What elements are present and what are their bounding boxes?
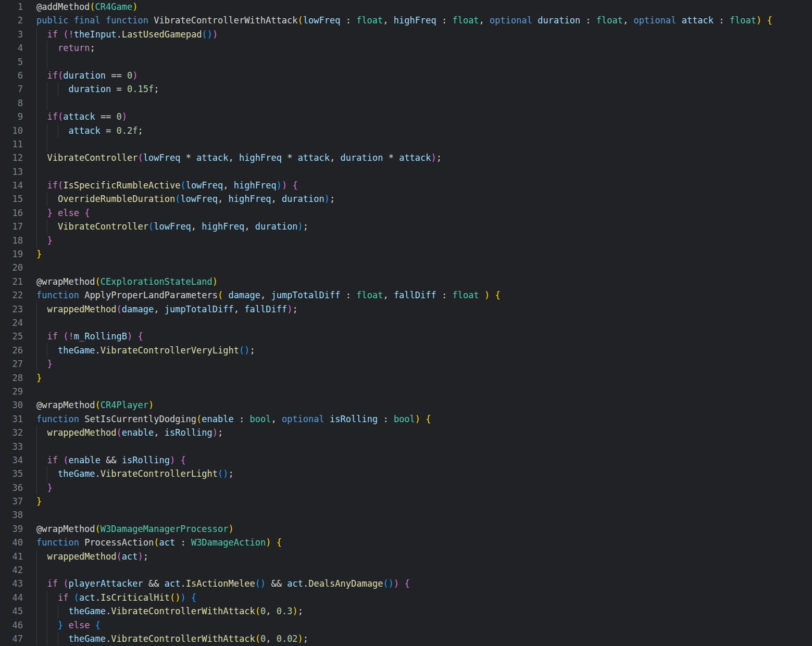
code-line[interactable]: 42 [0,563,812,577]
code-line[interactable]: 2public final function VibrateController… [0,14,812,27]
token: @wrapMethod [36,400,95,410]
token [63,620,68,630]
token: } [47,208,52,218]
code-line[interactable]: 1@addMethod(CR4Game) [0,0,812,14]
token: , [218,194,228,204]
token: wrappedMethod [47,551,116,562]
token: , [154,427,164,438]
token [36,208,47,218]
token: ) [138,551,143,562]
code-line[interactable]: 26 theGame.VibrateControllerVeryLight(); [0,344,812,357]
code-line[interactable]: 19} [0,247,812,261]
code-line[interactable]: 3 if (!theInput.LastUsedGamepad()) [0,28,812,41]
code-line[interactable]: 16 } else { [0,206,812,220]
indent-guide [36,151,37,164]
token: highFreq [229,194,271,204]
token: act [165,578,181,589]
token: : [436,15,453,26]
code-line[interactable]: 17 VibrateController(lowFreq, highFreq, … [0,220,812,233]
code-line[interactable]: 43 if (playerAttacker && act.IsActionMel… [0,577,812,590]
code-line[interactable]: 4 return; [0,41,812,55]
token: , [623,15,633,26]
code-line[interactable]: 38 [0,508,812,522]
code-text: if (!theInput.LastUsedGamepad()) [36,28,218,41]
code-line[interactable]: 8 [0,96,812,110]
token: . [106,634,111,644]
indent-guide [36,481,37,495]
indent-guide [47,55,47,69]
code-line[interactable]: 32 wrappedMethod(enable, isRolling); [0,426,812,439]
indent-guide [36,192,37,206]
code-line[interactable]: 23 wrappedMethod(damage, jumpTotalDiff, … [0,302,812,316]
line-number: 30 [0,398,23,412]
token: isRolling [330,414,378,424]
code-line[interactable]: 33 [0,440,812,453]
code-line[interactable]: 22function ApplyProperLandParameters( da… [0,288,812,302]
code-text: if (playerAttacker && act.IsActionMelee(… [36,577,410,590]
code-line[interactable]: 36 } [0,481,812,495]
token: ) [132,70,138,81]
token: , [154,304,164,314]
token: attack [68,125,100,136]
code-line[interactable]: 6 if(duration == 0) [0,69,812,82]
token: ) [431,153,436,163]
code-line[interactable]: 40function ProcessAction(act : W3DamageA… [0,536,812,549]
code-line[interactable]: 46 } else { [0,618,812,632]
code-line[interactable]: 9 if(attack == 0) [0,110,812,123]
code-line[interactable]: 20 [0,261,812,274]
line-number: 10 [0,124,23,137]
token: ( [117,427,122,438]
code-line[interactable]: 11 [0,137,812,151]
code-line[interactable]: 24 [0,316,812,330]
token: = [111,84,127,94]
token: DealsAnyDamage [308,578,383,589]
code-line[interactable]: 29 [0,385,812,398]
code-line[interactable]: 10 attack = 0.2f; [0,124,812,137]
token: ) [287,304,292,314]
code-line[interactable]: 31function SetIsCurrentlyDodging(enable … [0,412,812,426]
line-number: 7 [0,82,23,96]
code-line[interactable]: 37} [0,495,812,508]
token: duration [538,15,580,26]
indent-guide [36,110,37,123]
token: , [223,180,233,191]
code-line[interactable]: 18 } [0,234,812,247]
token: damage [122,304,154,314]
token: * [282,153,298,163]
code-line[interactable]: 41 wrappedMethod(act); [0,550,812,563]
code-line[interactable]: 47 theGame.VibrateControllerWithAttack(0… [0,632,812,645]
code-line[interactable]: 14 if(IsSpecificRumbleActive(lowFreq, hi… [0,179,812,192]
code-line[interactable]: 28} [0,371,812,385]
code-line[interactable]: 45 theGame.VibrateControllerWithAttack(0… [0,604,812,618]
code-text: function ProcessAction(act : W3DamageAct… [36,536,282,549]
code-line[interactable]: 21@wrapMethod(CExplorationStateLand) [0,275,812,288]
code-line[interactable]: 13 [0,165,812,179]
code-line[interactable]: 34 if (enable && isRolling) { [0,453,812,467]
token: } [36,496,42,506]
code-line[interactable]: 7 duration = 0.15f; [0,82,812,96]
line-number: 13 [0,165,23,179]
indent-guide [36,618,37,632]
code-line[interactable]: 27 } [0,357,812,371]
line-number: 12 [0,151,23,164]
token: float [596,15,623,26]
code-line[interactable]: 15 OverrideRumbleDuration(lowFreq, highF… [0,192,812,206]
line-number: 4 [0,41,23,55]
code-editor[interactable]: 1@addMethod(CR4Game)2public final functi… [0,0,812,646]
indent-guide [36,453,37,467]
line-number: 39 [0,522,23,536]
code-line[interactable]: 39@wrapMethod(W3DamageManagerProcessor) [0,522,812,536]
code-line[interactable]: 30@wrapMethod(CR4Player) [0,398,812,412]
token: VibrateControllerWithAttack [111,634,255,644]
indent-guide [36,137,37,151]
indent-guide [36,330,37,343]
code-line[interactable]: 25 if (!m_RollingB) { [0,330,812,343]
line-number: 37 [0,495,23,508]
code-line[interactable]: 44 if (act.IsCriticalHit()) { [0,591,812,604]
indent-guide [58,124,58,137]
token: @wrapMethod [36,524,95,534]
code-line[interactable]: 35 theGame.VibrateControllerLight(); [0,467,812,480]
indent-guide [47,41,47,55]
code-line[interactable]: 5 [0,55,812,69]
code-line[interactable]: 12 VibrateController(lowFreq * attack, h… [0,151,812,164]
